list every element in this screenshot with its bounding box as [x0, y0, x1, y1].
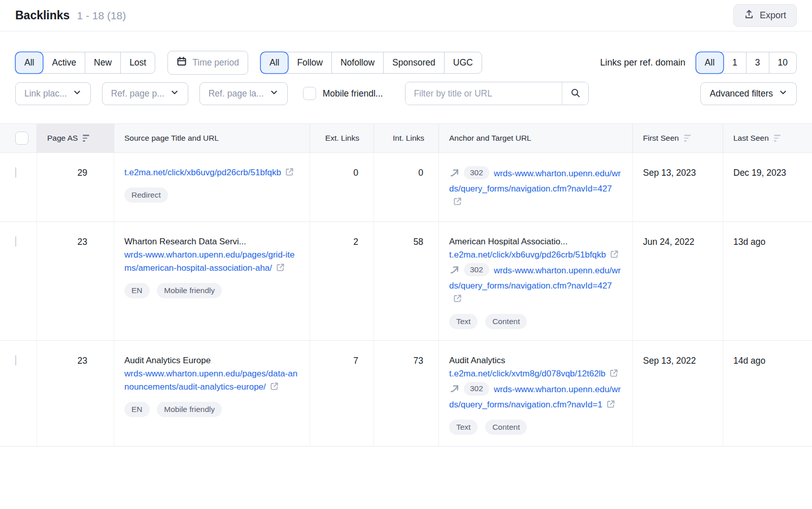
- anchor-url-link[interactable]: t.e2ma.net/click/xb6uvg/pd26crb/51bfqkb: [449, 250, 619, 260]
- language-badge: EN: [124, 283, 150, 298]
- first-seen-cell: Sep 13, 2023: [632, 153, 723, 221]
- redirect-arrow-icon: [449, 383, 460, 398]
- select-all-cell: [0, 124, 37, 152]
- lpd-option-10[interactable]: 10: [769, 52, 796, 73]
- anchor-url-link[interactable]: t.e2ma.net/click/xvtm8g/d078vqb/12t62lb: [449, 369, 619, 378]
- filter-row-2: Link plac... Ref. page p... Ref. page la…: [15, 82, 797, 105]
- mobile-friendly-checkbox[interactable]: [303, 87, 316, 100]
- anchor-header-label: Anchor and Target URL: [449, 134, 531, 143]
- follow-option-all[interactable]: All: [261, 52, 288, 73]
- follow-type-filter: All Follow Nofollow Sponsored UGC: [260, 52, 482, 74]
- follow-option-follow[interactable]: Follow: [288, 52, 331, 73]
- anchor-cell: American Hospital Associatio... t.e2ma.n…: [438, 222, 632, 340]
- ref-page-platform-dropdown[interactable]: Ref. page p...: [102, 82, 188, 105]
- anchor-text: American Hospital Associatio...: [449, 235, 622, 248]
- status-option-lost[interactable]: Lost: [120, 52, 155, 73]
- title-url-search: [405, 82, 589, 105]
- row-checkbox[interactable]: [15, 236, 16, 247]
- row-select-cell: [0, 153, 37, 221]
- status-option-new[interactable]: New: [85, 52, 120, 73]
- export-button[interactable]: Export: [733, 4, 797, 27]
- time-period-button[interactable]: Time period: [167, 51, 248, 75]
- language-badge: EN: [124, 402, 150, 417]
- lpd-option-all[interactable]: All: [696, 52, 723, 73]
- source-url-link[interactable]: wrds-www.wharton.upenn.edu/pages/grid-it…: [124, 250, 294, 273]
- column-header-first-seen[interactable]: First Seen: [632, 124, 723, 152]
- backlinks-report: Backlinks 1 - 18 (18) Export All Active …: [0, 0, 812, 509]
- page-as-cell: 23: [37, 341, 114, 446]
- status-filter: All Active New Lost: [15, 52, 155, 74]
- external-link-icon: [606, 399, 616, 413]
- page-title: Backlinks: [15, 9, 70, 22]
- time-period-label: Time period: [192, 57, 239, 68]
- links-per-domain-label: Links per ref. domain: [600, 57, 686, 68]
- last-seen-header-label: Last Seen: [733, 134, 769, 143]
- search-icon: [570, 88, 581, 100]
- redirect-code-badge: 302: [464, 263, 489, 276]
- status-option-active[interactable]: Active: [43, 52, 85, 73]
- mobile-friendly-label: Mobile friendl...: [323, 88, 383, 99]
- sort-icon: [774, 135, 781, 142]
- table-header: Page AS Source page Title and URL Ext. L…: [0, 123, 812, 153]
- page-as-cell: 29: [37, 153, 114, 221]
- redirect-arrow-icon: [449, 167, 460, 182]
- source-badges: EN Mobile friendly: [124, 395, 299, 417]
- follow-option-sponsored[interactable]: Sponsored: [383, 52, 444, 73]
- ref-page-language-label: Ref. page la...: [209, 88, 264, 99]
- column-header-ext-links[interactable]: Ext. Links: [310, 124, 374, 152]
- links-per-domain-cluster: Links per ref. domain All 1 3 10: [600, 52, 797, 74]
- advanced-filters-dropdown[interactable]: Advanced filters: [700, 82, 797, 105]
- column-header-int-links[interactable]: Int. Links: [374, 124, 438, 152]
- source-badges: Redirect: [124, 181, 299, 203]
- row-select-cell: [0, 341, 37, 446]
- column-header-anchor[interactable]: Anchor and Target URL: [438, 124, 632, 152]
- report-header: Backlinks 1 - 18 (18) Export: [0, 0, 812, 31]
- select-all-checkbox[interactable]: [15, 132, 28, 145]
- first-seen-header-label: First Seen: [643, 134, 679, 143]
- export-icon: [744, 9, 754, 22]
- external-link-icon: [269, 381, 279, 395]
- status-option-all[interactable]: All: [16, 52, 43, 73]
- filter-row-1: All Active New Lost Time period All: [15, 51, 797, 75]
- column-header-source[interactable]: Source page Title and URL: [114, 124, 310, 152]
- chevron-down-icon: [73, 88, 82, 100]
- source-badges: EN Mobile friendly: [124, 276, 299, 298]
- last-seen-cell: 13d ago: [723, 222, 812, 340]
- advanced-filters-label: Advanced filters: [709, 88, 773, 99]
- search-button[interactable]: [562, 82, 588, 105]
- source-title: Wharton Research Data Servi...: [124, 235, 299, 248]
- mobile-friendly-badge: Mobile friendly: [157, 283, 222, 298]
- int-links-header-label: Int. Links: [393, 134, 424, 143]
- anchor-badges: Text Content: [449, 413, 622, 435]
- lpd-option-3[interactable]: 3: [746, 52, 769, 73]
- follow-option-ugc[interactable]: UGC: [444, 52, 482, 73]
- redirect-code-badge: 302: [464, 382, 489, 395]
- source-url-link[interactable]: wrds-www.wharton.upenn.edu/pages/data-an…: [124, 369, 297, 392]
- external-link-icon: [276, 263, 285, 276]
- mobile-friendly-filter[interactable]: Mobile friendl...: [303, 87, 383, 100]
- chevron-down-icon: [170, 88, 179, 100]
- chevron-down-icon: [269, 88, 279, 100]
- search-input[interactable]: [405, 82, 562, 105]
- source-url-link[interactable]: t.e2ma.net/click/xb6uvg/pd26crb/51bfqkb: [124, 168, 294, 177]
- row-checkbox[interactable]: [15, 355, 16, 366]
- content-badge: Content: [485, 420, 527, 435]
- column-header-last-seen[interactable]: Last Seen: [723, 124, 812, 152]
- last-seen-cell: Dec 19, 2023: [723, 153, 812, 221]
- redirect-badge: Redirect: [124, 187, 168, 203]
- row-checkbox[interactable]: [15, 167, 16, 178]
- redirect-arrow-icon: [449, 264, 460, 279]
- column-header-page-as[interactable]: Page AS: [37, 124, 114, 152]
- ref-page-platform-label: Ref. page p...: [111, 88, 164, 99]
- anchor-cell: 302wrds-www.wharton.upenn.edu/wrds/query…: [438, 153, 632, 221]
- lpd-option-1[interactable]: 1: [723, 52, 746, 73]
- anchor-badges: Text Content: [449, 307, 622, 329]
- page-as-header-label: Page AS: [47, 134, 78, 143]
- external-link-icon: [285, 167, 294, 181]
- link-placement-dropdown[interactable]: Link plac...: [15, 82, 91, 105]
- int-links-cell: 58: [374, 222, 438, 340]
- ref-page-language-dropdown[interactable]: Ref. page la...: [199, 82, 288, 105]
- content-badge: Content: [485, 314, 527, 329]
- follow-option-nofollow[interactable]: Nofollow: [331, 52, 383, 73]
- table-row: 23 Audit Analytics Europe wrds-www.whart…: [0, 341, 812, 447]
